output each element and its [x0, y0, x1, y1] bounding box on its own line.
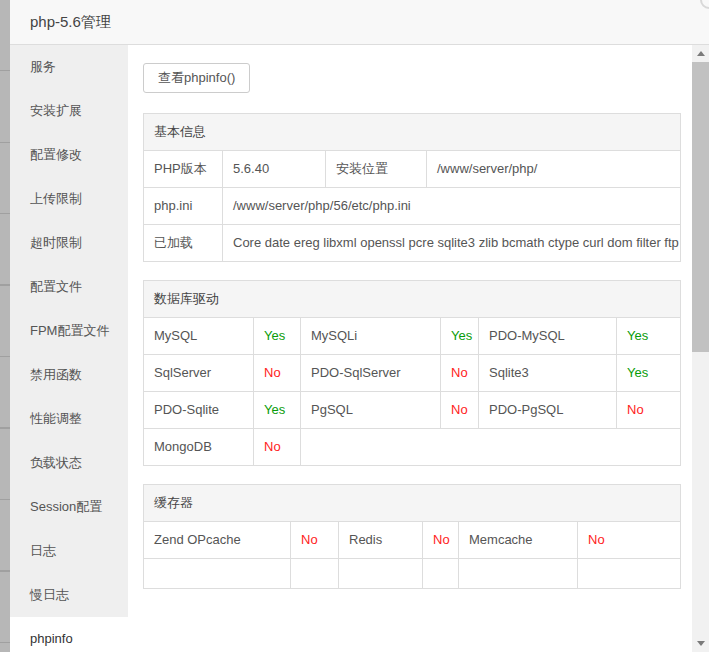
table-row: MongoDBNo [144, 429, 681, 466]
arrow-up-icon [697, 51, 705, 56]
empty-cell [423, 559, 459, 589]
sidebar-item-config-file[interactable]: 配置文件 [10, 265, 128, 309]
empty-cell [459, 559, 578, 589]
modal-title: php-5.6管理 [30, 13, 111, 32]
table-row: php.ini /www/server/php/56/etc/php.ini [144, 188, 681, 225]
view-phpinfo-button[interactable]: 查看phpinfo() [143, 63, 250, 93]
sidebar-item-disabled-functions[interactable]: 禁用函数 [10, 353, 128, 397]
scrollbar-thumb[interactable] [692, 62, 709, 352]
empty-cell [339, 559, 423, 589]
item-name: PDO-PgSQL [479, 392, 617, 429]
sidebar-item-service[interactable]: 服务 [10, 45, 128, 89]
status-value: No [441, 392, 479, 429]
item-name: PDO-MySQL [479, 318, 617, 355]
modal-titlebar: php-5.6管理 [10, 0, 709, 45]
scroll-down-button[interactable] [692, 635, 709, 652]
sidebar-item-performance-tuning[interactable]: 性能调整 [10, 397, 128, 441]
install-path-label: 安装位置 [326, 151, 427, 188]
sidebar-item-fpm-config-file[interactable]: FPM配置文件 [10, 309, 128, 353]
php-manager-dialog: php-5.6管理 服务安装扩展配置修改上传限制超时限制配置文件FPM配置文件禁… [0, 0, 709, 652]
item-name: Zend OPcache [144, 522, 291, 559]
item-name: MySQL [144, 318, 254, 355]
item-name: Sqlite3 [479, 355, 617, 392]
table-row: Zend OPcacheNoRedisNoMemcacheNo [144, 522, 681, 559]
item-name: SqlServer [144, 355, 254, 392]
sidebar-item-phpinfo[interactable]: phpinfo [10, 617, 128, 652]
item-name: PgSQL [301, 392, 441, 429]
status-value: No [441, 355, 479, 392]
item-name: PDO-Sqlite [144, 392, 254, 429]
database-drivers-title: 数据库驱动 [144, 281, 681, 318]
sidebar-item-session-config[interactable]: Session配置 [10, 485, 128, 529]
php-version-value: 5.6.40 [223, 151, 326, 188]
php-version-label: PHP版本 [144, 151, 223, 188]
sidebar-item-slow-log[interactable]: 慢日志 [10, 573, 128, 617]
item-name: PDO-SqlServer [301, 355, 441, 392]
empty-cell [578, 559, 681, 589]
sidebar-item-install-ext[interactable]: 安装扩展 [10, 89, 128, 133]
status-value: No [291, 522, 339, 559]
dimmed-background-page [0, 0, 10, 652]
sidebar-item-log[interactable]: 日志 [10, 529, 128, 573]
item-name: Redis [339, 522, 423, 559]
status-value: No [578, 522, 681, 559]
table-row-clipped [144, 559, 681, 589]
php-ini-label: php.ini [144, 188, 223, 225]
item-name: MySQLi [301, 318, 441, 355]
basic-info-table: 基本信息 PHP版本 5.6.40 安装位置 /www/server/php/ … [143, 113, 681, 262]
item-name: Memcache [459, 522, 578, 559]
status-value: No [254, 355, 301, 392]
table-row: 已加载 Core date ereg libxml openssl pcre s… [144, 225, 681, 262]
table-row: PHP版本 5.6.40 安装位置 /www/server/php/ [144, 151, 681, 188]
arrow-down-icon [697, 641, 705, 646]
database-drivers-rows: MySQLYesMySQLiYesPDO-MySQLYesSqlServerNo… [144, 318, 681, 466]
basic-info-title: 基本信息 [144, 114, 681, 151]
status-value: No [617, 392, 681, 429]
cache-table: 缓存器 Zend OPcacheNoRedisNoMemcacheNo [143, 484, 681, 589]
content-area: 查看phpinfo() 基本信息 PHP版本 5.6.40 安装位置 /www/… [128, 45, 692, 652]
status-value: Yes [254, 392, 301, 429]
sidebar-item-upload-limit[interactable]: 上传限制 [10, 177, 128, 221]
status-value: Yes [254, 318, 301, 355]
php-ini-value: /www/server/php/56/etc/php.ini [223, 188, 681, 225]
status-value: Yes [617, 355, 681, 392]
empty-cell [301, 429, 681, 466]
item-name: MongoDB [144, 429, 254, 466]
scroll-up-button[interactable] [692, 45, 709, 62]
sidebar-item-config-edit[interactable]: 配置修改 [10, 133, 128, 177]
status-value: Yes [617, 318, 681, 355]
sidebar: 服务安装扩展配置修改上传限制超时限制配置文件FPM配置文件禁用函数性能调整负载状… [10, 45, 128, 652]
empty-cell [291, 559, 339, 589]
table-row: SqlServerNoPDO-SqlServerNoSqlite3Yes [144, 355, 681, 392]
status-value: Yes [441, 318, 479, 355]
modal-body: 服务安装扩展配置修改上传限制超时限制配置文件FPM配置文件禁用函数性能调整负载状… [10, 45, 709, 652]
close-icon[interactable] [700, 0, 709, 9]
database-drivers-table: 数据库驱动 MySQLYesMySQLiYesPDO-MySQLYesSqlSe… [143, 280, 681, 466]
vertical-scrollbar[interactable] [692, 45, 709, 652]
table-row: MySQLYesMySQLiYesPDO-MySQLYes [144, 318, 681, 355]
cache-rows: Zend OPcacheNoRedisNoMemcacheNo [144, 522, 681, 559]
table-row: PDO-SqliteYesPgSQLNoPDO-PgSQLNo [144, 392, 681, 429]
empty-cell [144, 559, 291, 589]
status-value: No [254, 429, 301, 466]
php-settings-modal: php-5.6管理 服务安装扩展配置修改上传限制超时限制配置文件FPM配置文件禁… [10, 0, 709, 652]
install-path-value: /www/server/php/ [427, 151, 681, 188]
cache-title: 缓存器 [144, 485, 681, 522]
sidebar-item-timeout-limit[interactable]: 超时限制 [10, 221, 128, 265]
sidebar-item-load-status[interactable]: 负载状态 [10, 441, 128, 485]
loaded-label: 已加载 [144, 225, 223, 262]
status-value: No [423, 522, 459, 559]
loaded-modules-value: Core date ereg libxml openssl pcre sqlit… [223, 225, 681, 262]
